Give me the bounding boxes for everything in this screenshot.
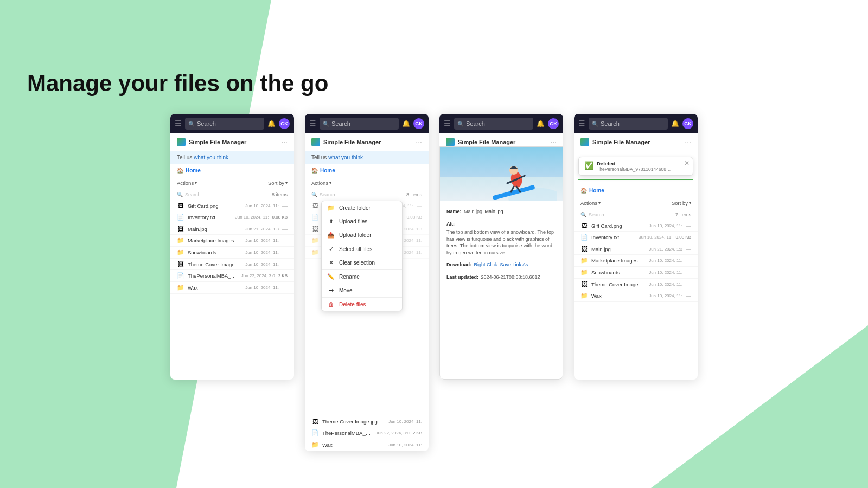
context-menu-item-clear-selection[interactable]: ✕ Clear selection xyxy=(322,256,402,269)
file-type-icon: 📁 xyxy=(177,249,184,256)
file-item[interactable]: 📁 Wax Jun 10, 2024, 11: — xyxy=(574,290,698,302)
preview-download-link[interactable]: Right Click: Save Link As xyxy=(474,262,528,267)
context-menu-item-select-all[interactable]: ✓ Select all files xyxy=(322,242,402,256)
context-menu-item-move[interactable]: ➡ Move xyxy=(322,284,402,297)
context-menu-item-rename[interactable]: ✏️ Rename xyxy=(322,270,402,284)
file-item[interactable]: 📁 Marketplace Images Jun 10, 2024, 11: — xyxy=(574,255,698,267)
search-bar-1[interactable]: 🔍 Search xyxy=(185,118,264,130)
feedback-link-1[interactable]: what you think xyxy=(194,155,228,160)
file-item[interactable]: 📄 Inventory.txt Jun 10, 2024, 11: 0.08 K… xyxy=(170,211,294,223)
hamburger-icon[interactable]: ☰ xyxy=(175,119,182,128)
avatar-2[interactable]: GK xyxy=(413,118,424,129)
dots-menu-1[interactable]: ··· xyxy=(281,138,288,146)
preview-panel: Name: Main.jpg Main.jpg Alt: The top and… xyxy=(439,146,563,380)
more-icon[interactable]: — xyxy=(282,203,288,209)
context-menu-item-upload-folder[interactable]: 📤 Upload folder xyxy=(322,228,402,242)
file-search-placeholder-4: Search xyxy=(589,212,604,217)
avatar-4[interactable]: GK xyxy=(682,118,693,129)
bell-icon[interactable]: 🔔 xyxy=(267,120,276,127)
close-toast-icon[interactable]: ✕ xyxy=(684,159,690,167)
file-item[interactable]: 📁 Marketplace Images Jun 10, 2024, 11: — xyxy=(170,235,294,247)
avatar-1[interactable]: GK xyxy=(279,118,290,129)
file-item[interactable]: 🖼 Gift Card.png Jun 10, 2024, 11: — xyxy=(574,220,698,232)
file-item[interactable]: 📁 Snowboards Jun 10, 2024, 11: — xyxy=(170,247,294,259)
preview-download-field: Download: Right Click: Save Link As xyxy=(446,259,556,268)
more-icon[interactable]: — xyxy=(282,226,288,232)
context-menu-item-create-folder[interactable]: 📁 Create folder xyxy=(322,201,402,215)
search-bar-3[interactable]: 🔍 Search xyxy=(454,118,533,130)
app-title-row-2: Simple File Manager xyxy=(311,138,381,146)
search-label-2: Search xyxy=(331,120,350,127)
file-item[interactable]: 🖼 Theme Cover Image.jpg Jun 10, 2024, 11… xyxy=(574,279,698,290)
actions-btn-2[interactable]: Actions ▾ xyxy=(311,180,331,186)
hamburger-icon-2[interactable]: ☰ xyxy=(309,119,316,128)
toolbar-4: Actions ▾ Sort by ▾ xyxy=(574,197,698,209)
file-date: Jun 22, 2024, 3:0 xyxy=(241,273,275,278)
breadcrumb-home-2[interactable]: Home xyxy=(320,168,335,174)
file-search-1[interactable]: 🔍 Search xyxy=(177,192,201,197)
folder-icon-breadcrumb-4: 🏠 xyxy=(580,188,587,194)
dots-menu-2[interactable]: ··· xyxy=(416,138,422,146)
page-content: Manage your files on the go ☰ 🔍 Search 🔔… xyxy=(0,0,868,488)
avatar-3[interactable]: GK xyxy=(548,118,559,129)
context-menu-item-delete[interactable]: 🗑 Delete files xyxy=(322,298,402,311)
app-logo-3 xyxy=(446,138,455,146)
more-icon[interactable]: — xyxy=(282,261,288,267)
app-title-text-4: Simple File Manager xyxy=(592,139,650,145)
file-item: 📄 ThePersonalMBA_9781... Jun 22, 2024, 3… xyxy=(305,427,429,439)
bell-icon-2[interactable]: 🔔 xyxy=(402,120,410,127)
file-type-icon: 🖼 xyxy=(177,226,184,232)
file-name: Main.jpg xyxy=(188,226,242,232)
file-item[interactable]: 🖼 Theme Cover Image.jpg Jun 10, 2024, 11… xyxy=(170,259,294,270)
breadcrumb-4: 🏠 Home xyxy=(574,184,698,197)
more-icon[interactable]: — xyxy=(282,249,288,255)
bell-icon-4[interactable]: 🔔 xyxy=(671,120,679,127)
app-title-row-4: Simple File Manager xyxy=(580,138,650,146)
top-bar-3: ☰ 🔍 Search 🔔 GK xyxy=(439,114,563,133)
context-menu-label: Rename xyxy=(339,274,360,280)
sort-btn-1[interactable]: Sort by ▾ xyxy=(268,180,288,186)
more-icon[interactable]: — xyxy=(282,237,288,243)
file-search-2[interactable]: 🔍 Search xyxy=(311,192,335,197)
actions-btn-4[interactable]: Actions ▾ xyxy=(580,200,601,206)
context-menu-item-upload-files[interactable]: ⬆ Upload files xyxy=(322,215,402,228)
file-search-row-2: 🔍 Search 8 items xyxy=(305,189,429,200)
file-item[interactable]: 📁 Wax Jun 10, 2024, 11: — xyxy=(170,282,294,294)
more-icon[interactable]: — xyxy=(282,285,288,291)
preview-image xyxy=(440,147,563,201)
file-date: Jun 10, 2024, 11: xyxy=(245,238,279,243)
search-icon-2: 🔍 xyxy=(323,121,329,127)
search-bar-2[interactable]: 🔍 Search xyxy=(320,118,399,130)
file-list-4: 🖼 Gift Card.png Jun 10, 2024, 11: — 📄 In… xyxy=(574,220,698,302)
search-bar-4[interactable]: 🔍 Search xyxy=(589,118,668,130)
file-item[interactable]: 📄 ThePersonalMBA_9781... Jun 22, 2024, 3… xyxy=(170,270,294,282)
dots-menu-3[interactable]: ··· xyxy=(550,138,557,146)
delete-icon: 🗑 xyxy=(327,301,335,307)
screenshot-4-wrapper: ☰ 🔍 Search 🔔 GK Simple File Manager xyxy=(574,114,698,451)
file-date: Jun 10, 2024, 11: xyxy=(245,262,279,267)
file-item[interactable]: 📄 Inventory.txt Jun 10, 2024, 11: 0.08 K… xyxy=(574,232,698,243)
context-menu-label: Clear selection xyxy=(339,260,375,266)
file-item[interactable]: 🖼 Gift Card.png Jun 10, 2024, 11: — xyxy=(170,200,294,211)
hamburger-icon-4[interactable]: ☰ xyxy=(578,119,585,128)
actions-btn-1[interactable]: Actions ▾ xyxy=(177,180,197,186)
app-logo-1 xyxy=(177,138,186,146)
screenshot-2-wrapper: ☰ 🔍 Search 🔔 GK Simple File Manager xyxy=(305,114,429,451)
items-count-4: 7 items xyxy=(675,212,691,217)
search-icon: 🔍 xyxy=(188,121,195,127)
dots-menu-4[interactable]: ··· xyxy=(685,138,691,146)
file-item[interactable]: 🖼 Main.jpg Jun 21, 2024, 1:3 — xyxy=(574,243,698,255)
feedback-link-2[interactable]: what you think xyxy=(328,155,363,160)
file-item[interactable]: 📁 Snowboards Jun 10, 2024, 11: — xyxy=(574,267,698,279)
sort-btn-4[interactable]: Sort by ▾ xyxy=(672,200,691,206)
hamburger-icon-3[interactable]: ☰ xyxy=(444,119,451,128)
success-toast: ✅ Deleted ThePersonalMBA_9781101446089_#… xyxy=(578,157,693,176)
breadcrumb-home-1[interactable]: Home xyxy=(186,168,201,174)
file-item[interactable]: 🖼 Main.jpg Jun 21, 2024, 1:3 — xyxy=(170,223,294,235)
bell-icon-3[interactable]: 🔔 xyxy=(537,120,545,127)
file-search-row-1: 🔍 Search 8 items xyxy=(170,189,294,200)
file-search-4[interactable]: 🔍 Search xyxy=(580,212,604,217)
breadcrumb-home-4[interactable]: Home xyxy=(589,188,604,194)
file-size: 0.08 KB xyxy=(272,215,288,220)
screenshot-2: ☰ 🔍 Search 🔔 GK Simple File Manager xyxy=(305,114,429,451)
